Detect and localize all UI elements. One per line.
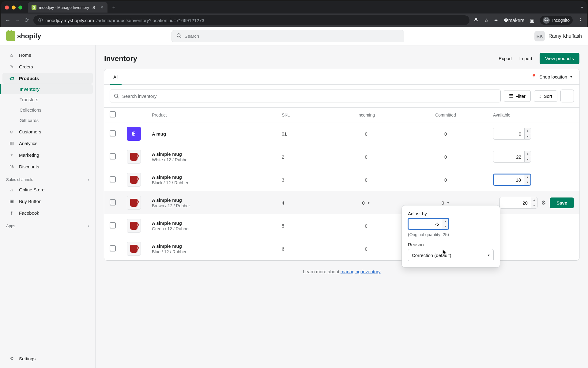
close-tab-icon[interactable]: ✕ [100, 5, 104, 10]
analytics-icon: ▥ [9, 140, 15, 146]
product-variant: Brown / 12 / Rubber [152, 203, 271, 208]
sidebar-item-online-store[interactable]: ⌂Online Store [2, 184, 93, 195]
browser-menu-icon[interactable]: ⋮ [578, 17, 583, 23]
filter-icon: ☰ [509, 93, 513, 99]
sidebar-item-facebook[interactable]: fFacebook [2, 207, 93, 218]
available-input[interactable]: ▲▼ [493, 174, 531, 186]
location-selector[interactable]: 📍 Shop location ▼ [524, 69, 579, 84]
sidebar-item-buy-button[interactable]: ▣Buy Button [2, 196, 93, 207]
managing-inventory-link[interactable]: managing inventory [341, 269, 381, 274]
view-products-button[interactable]: View products [540, 53, 579, 64]
product-name[interactable]: A simple mug [152, 174, 271, 180]
back-icon[interactable]: ← [5, 17, 10, 24]
step-up-icon[interactable]: ▲ [524, 174, 530, 180]
close-window-icon[interactable] [5, 6, 9, 10]
bookmark-icon[interactable]: ☆ [484, 17, 488, 23]
import-button[interactable]: Import [519, 56, 533, 61]
forward-icon[interactable]: → [15, 17, 20, 24]
buy-button-icon: ▣ [9, 198, 15, 204]
avatar: RK [534, 31, 545, 41]
step-down-icon[interactable]: ▼ [531, 203, 537, 209]
save-button[interactable]: Save [550, 197, 574, 208]
step-up-icon[interactable]: ▲ [442, 219, 448, 224]
step-up-icon[interactable]: ▲ [525, 128, 531, 134]
tab-all[interactable]: All [108, 69, 124, 84]
sidebar-item-label: Home [19, 52, 31, 58]
committed-dropdown[interactable]: 0▼ [442, 200, 450, 205]
reason-select[interactable]: Correction (default) ▾ [408, 249, 494, 261]
sidebar-item-analytics[interactable]: ▥Analytics [2, 138, 93, 149]
sidebar-item-settings[interactable]: ⚙Settings [2, 353, 93, 364]
row-checkbox[interactable] [110, 130, 116, 136]
incoming-dropdown[interactable]: 0▼ [362, 200, 370, 205]
row-checkbox[interactable] [110, 245, 116, 251]
adjust-settings-icon[interactable]: ⚙ [541, 199, 546, 206]
available-cell [488, 237, 579, 260]
step-down-icon[interactable]: ▼ [524, 180, 530, 185]
step-up-icon[interactable]: ▲ [531, 197, 537, 203]
available-input[interactable]: ▲▼ [493, 151, 531, 163]
product-name[interactable]: A mug [152, 131, 271, 136]
sidebar-item-transfers[interactable]: Transfers [2, 95, 93, 105]
available-input[interactable]: ▲▼ [493, 128, 531, 140]
sidebar-item-products[interactable]: 🏷Products [2, 73, 93, 84]
export-button[interactable]: Export [499, 56, 512, 61]
user-menu[interactable]: RK Ramy Khuffash [534, 31, 582, 41]
sidebar-item-marketing[interactable]: ⌖Marketing [2, 149, 93, 160]
svg-line-3 [118, 97, 119, 98]
sort-button[interactable]: ↕ Sort [534, 90, 557, 102]
row-checkbox[interactable] [110, 176, 116, 182]
chevron-down-icon: ▼ [447, 201, 450, 205]
reading-list-icon[interactable]: �makers [503, 17, 524, 23]
available-field[interactable] [494, 174, 524, 185]
sidebar-item-discounts[interactable]: %Discounts [2, 161, 93, 172]
row-checkbox[interactable] [110, 222, 116, 228]
select-all-checkbox[interactable] [110, 111, 116, 117]
maximize-window-icon[interactable] [18, 6, 22, 10]
eye-off-icon[interactable]: 👁 [474, 17, 479, 23]
product-name[interactable]: A simple mug [152, 197, 271, 203]
minimize-window-icon[interactable] [12, 6, 16, 10]
sidebar-item-home[interactable]: ⌂Home [2, 49, 93, 60]
extensions-icon[interactable]: ✦ [494, 17, 498, 23]
tabs-overflow-icon[interactable]: ▾ [581, 5, 583, 10]
reload-icon[interactable]: ⟳ [24, 17, 29, 24]
sidepanel-icon[interactable]: ▣ [530, 17, 534, 23]
step-up-icon[interactable]: ▲ [525, 151, 531, 157]
product-name[interactable]: A simple mug [152, 243, 271, 249]
step-down-icon[interactable]: ▼ [442, 224, 448, 229]
inventory-search-input[interactable]: Search inventory [110, 90, 501, 102]
incognito-badge[interactable]: 🕶 Incognito [540, 16, 573, 25]
available-field[interactable] [500, 197, 531, 208]
row-checkbox[interactable] [110, 199, 116, 205]
sidebar-item-customers[interactable]: ☺Customers [2, 126, 93, 137]
row-checkbox[interactable] [110, 153, 116, 159]
filter-button[interactable]: ☰ Filter [504, 90, 531, 102]
sidebar-section-apps[interactable]: Apps › [0, 219, 95, 230]
sidebar-item-gift-cards[interactable]: Gift cards [2, 116, 93, 125]
new-tab-button[interactable]: + [110, 4, 118, 11]
adjust-by-field[interactable] [409, 219, 442, 229]
sidebar: ⌂Home ✎Orders 🏷Products Inventory Transf… [0, 45, 96, 368]
sidebar-section-channels[interactable]: Sales channels › [0, 172, 95, 184]
product-name[interactable]: A simple mug [152, 220, 271, 226]
available-field[interactable] [493, 151, 524, 162]
site-info-icon[interactable]: ⓘ [38, 17, 43, 23]
step-down-icon[interactable]: ▼ [525, 157, 531, 163]
sidebar-item-label: Analytics [19, 141, 37, 146]
location-pin-icon: 📍 [531, 74, 537, 79]
shopify-logo[interactable]: shopify [6, 31, 41, 41]
available-field[interactable] [493, 128, 524, 139]
step-down-icon[interactable]: ▼ [525, 134, 531, 140]
sidebar-item-inventory[interactable]: Inventory [0, 84, 93, 94]
url-input[interactable]: ⓘ moodjoy.myshopify.com/admin/products/i… [33, 15, 469, 25]
adjust-by-input[interactable]: ▲▼ [408, 218, 449, 230]
more-actions-button[interactable]: ⋯ [560, 90, 574, 102]
available-input[interactable]: ▲▼ [499, 197, 537, 209]
global-search-input[interactable]: Search [172, 30, 404, 42]
sidebar-item-collections[interactable]: Collections [2, 105, 93, 115]
product-name[interactable]: A simple mug [152, 151, 271, 157]
table-row: A simple mugBlue / 12 / Rubber 6 0 [104, 237, 579, 260]
sidebar-item-orders[interactable]: ✎Orders [2, 61, 93, 72]
browser-tab[interactable]: S moodjoy · Manage Inventory · S ✕ [28, 2, 107, 13]
